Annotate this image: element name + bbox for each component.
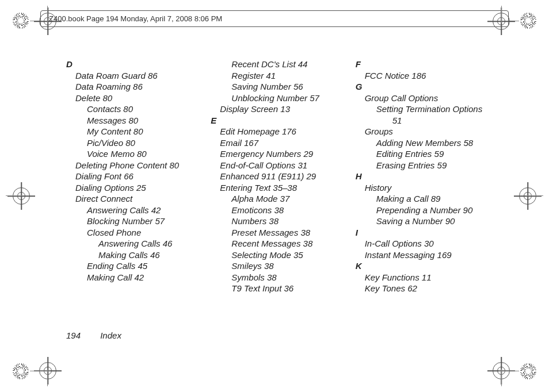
index-entry: Dialing Options 25	[75, 182, 193, 194]
column-2: Recent DC's List 44 Register 41 Saving N…	[211, 59, 338, 294]
index-entry: Direct Connect	[75, 193, 193, 205]
page-footer: 194 Index	[66, 330, 121, 340]
index-entry: Edit Homepage 176	[220, 126, 338, 137]
index-entry: End-of-Call Options 31	[220, 160, 338, 171]
index-subentry: My Content 80	[87, 126, 193, 137]
index-subentry: Editing Entries 59	[376, 148, 483, 160]
index-subentry: Adding New Members 58	[376, 137, 483, 149]
letter-d: D	[66, 59, 193, 70]
index-entry: Instant Messaging 169	[365, 249, 483, 261]
letter-e: E	[211, 115, 338, 126]
page-header: Z400.book Page 194 Monday, April 7, 2008…	[40, 10, 509, 27]
page-number: 194	[66, 330, 81, 340]
index-subentry: Blocking Number 57	[87, 216, 193, 227]
index-subentry: Recent Messages 38	[231, 238, 338, 249]
register-target-left	[13, 187, 30, 205]
index-entry: FCC Notice 186	[365, 70, 483, 82]
index-subentry: T9 Text Input 36	[231, 283, 338, 294]
index-subentry: Symbols 38	[231, 272, 338, 283]
index-subentry: Numbers 38	[231, 216, 338, 227]
index-subentry: Prepending a Number 90	[376, 205, 483, 216]
index-subentry: Emoticons 38	[231, 205, 338, 216]
index-subentry: Closed Phone	[87, 227, 193, 239]
index-entry: Enhanced 911 (E911) 29	[220, 171, 338, 182]
index-subentry: Unblocking Number 57	[231, 93, 338, 104]
index-subentry: Recent DC's List 44	[231, 59, 338, 70]
index-subentry: Making a Call 89	[376, 193, 483, 205]
index-subentry: Ending Calls 45	[87, 260, 193, 272]
index-subentry: Alpha Mode 37	[231, 193, 338, 205]
section-name: Index	[100, 330, 121, 340]
index-entry: History	[365, 182, 483, 194]
register-target-right	[519, 187, 536, 205]
column-3: F FCC Notice 186 G Group Call Options Se…	[356, 59, 483, 294]
index-entry: Data Roaming 86	[75, 81, 193, 93]
index-subsubentry: Answering Calls 46	[98, 238, 193, 249]
index-subentry: Setting Termination Options	[376, 103, 483, 115]
letter-h: H	[356, 171, 483, 182]
index-entry: Key Tones 62	[365, 283, 483, 294]
index-subentry: Contacts 80	[87, 103, 193, 115]
letter-g: G	[356, 81, 483, 93]
index-entry: Data Roam Guard 86	[75, 70, 193, 82]
file-info-text: Z400.book Page 194 Monday, April 7, 2008…	[49, 14, 222, 23]
index-subentry: Smileys 38	[231, 260, 338, 272]
index-entry: Dialing Font 66	[75, 171, 193, 182]
index-entry: Group Call Options	[365, 93, 483, 104]
crop-mark-bottom-right	[520, 363, 536, 379]
index-entry: Display Screen 13	[220, 103, 338, 115]
index-subentry: Messages 80	[87, 115, 193, 126]
letter-f: F	[356, 59, 483, 70]
index-subentry: Making Call 42	[87, 272, 193, 283]
index-subentry: Selecting Mode 35	[231, 249, 338, 261]
index-entry: Delete 80	[75, 93, 193, 104]
index-entry: Deleting Phone Content 80	[75, 160, 193, 171]
letter-k: K	[356, 260, 483, 272]
index-entry: Groups	[365, 126, 483, 137]
crop-mark-top-right	[520, 13, 536, 29]
index-subentry: Register 41	[231, 70, 338, 82]
crop-mark-bottom-left	[13, 363, 29, 379]
index-subentry: Saving a Number 90	[376, 216, 483, 227]
letter-i: I	[356, 227, 483, 239]
index-subentry: Pic/Video 80	[87, 137, 193, 149]
index-entry: Key Functions 11	[365, 272, 483, 283]
index-entry: Emergency Numbers 29	[220, 148, 338, 160]
index-subentry: Preset Messages 38	[231, 227, 338, 239]
index-entry: Entering Text 35–38	[220, 182, 338, 194]
index-entry: In-Call Options 30	[365, 238, 483, 249]
crop-mark-top-left	[13, 13, 29, 29]
index-subsubentry: Making Calls 46	[98, 249, 193, 261]
index-content: D Data Roam Guard 86 Data Roaming 86 Del…	[66, 59, 483, 294]
column-1: D Data Roam Guard 86 Data Roaming 86 Del…	[66, 59, 193, 294]
index-entry: Email 167	[220, 137, 338, 149]
index-subentry-page: 51	[392, 115, 483, 126]
index-subentry: Answering Calls 42	[87, 205, 193, 216]
index-subentry: Voice Memo 80	[87, 148, 193, 160]
index-subentry: Erasing Entries 59	[376, 160, 483, 171]
index-subentry: Saving Number 56	[231, 81, 338, 93]
